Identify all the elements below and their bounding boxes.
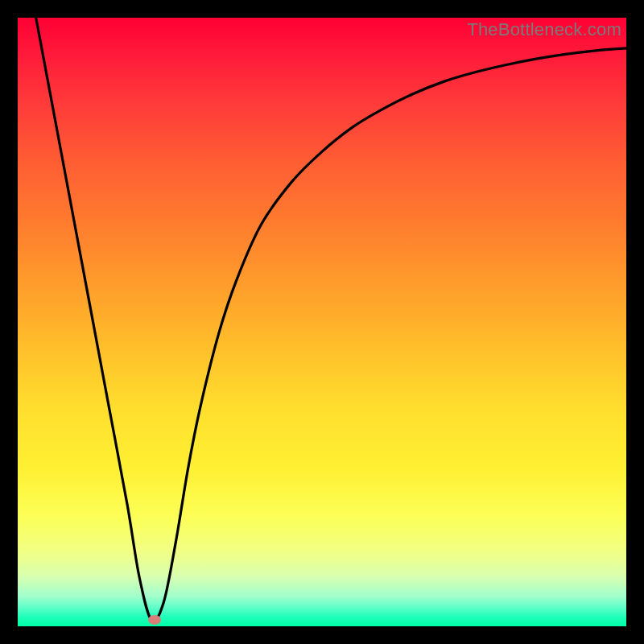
watermark-text: TheBottleneck.com (467, 19, 621, 40)
optimum-marker (148, 615, 161, 625)
plot-area: TheBottleneck.com (18, 18, 626, 626)
chart-frame: TheBottleneck.com (0, 0, 644, 644)
bottleneck-curve (18, 18, 626, 626)
